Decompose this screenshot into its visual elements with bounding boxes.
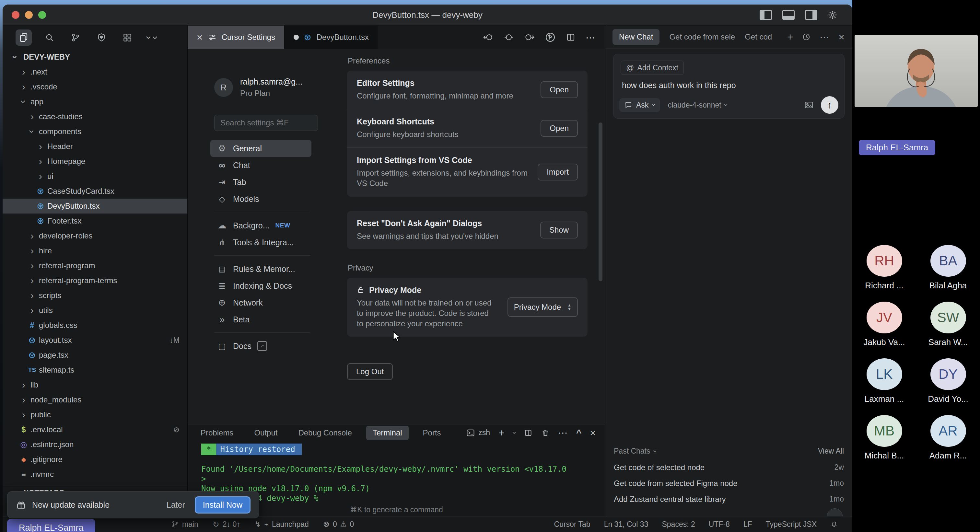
settings-nav-item[interactable]: Network bbox=[210, 294, 312, 311]
settings-nav-item[interactable]: Tools & Integra... bbox=[210, 234, 312, 251]
participant-tile[interactable]: LK Laxman ... bbox=[855, 358, 913, 404]
toggle-primary-sidebar-icon[interactable] bbox=[760, 10, 772, 20]
image-attach-icon[interactable] bbox=[804, 100, 814, 110]
chevron-small-icon[interactable] bbox=[513, 429, 515, 437]
more-icon[interactable] bbox=[819, 32, 829, 43]
chat-input-card[interactable]: Add Context how does auth work in this r… bbox=[613, 54, 845, 119]
setting-action-button[interactable]: Open bbox=[541, 81, 578, 98]
extensions-icon[interactable] bbox=[119, 30, 135, 46]
privacy-mode-dropdown[interactable]: Privacy Mode bbox=[508, 297, 578, 317]
git-branch-status[interactable]: main bbox=[171, 520, 198, 529]
tree-item[interactable]: referral-program bbox=[3, 258, 187, 273]
tree-item[interactable]: globals.css bbox=[3, 318, 187, 333]
close-window-button[interactable] bbox=[12, 11, 19, 19]
shell-selector[interactable]: zsh bbox=[466, 428, 490, 437]
settings-nav-item[interactable]: Tab bbox=[210, 174, 312, 191]
status-item[interactable]: TypeScript JSX bbox=[766, 520, 817, 529]
tree-item[interactable]: ui bbox=[3, 169, 187, 184]
history-icon[interactable] bbox=[802, 33, 810, 41]
close-icon[interactable] bbox=[590, 429, 596, 437]
add-context-chip[interactable]: Add Context bbox=[620, 60, 684, 75]
status-item[interactable]: Cursor Tab bbox=[554, 520, 590, 529]
settings-nav-item[interactable]: Chat bbox=[210, 157, 312, 174]
status-item[interactable]: Spaces: 2 bbox=[662, 520, 695, 529]
panel-tab[interactable]: Debug Console bbox=[298, 428, 352, 437]
participant-tile[interactable]: RH Richard ... bbox=[855, 245, 913, 291]
participant-tile[interactable]: BA Bilal Agha bbox=[919, 245, 977, 291]
settings-nav-item[interactable]: General bbox=[210, 140, 312, 157]
tree-item[interactable]: .vscode bbox=[3, 79, 187, 94]
search-icon[interactable] bbox=[41, 30, 58, 46]
split-editor-icon[interactable] bbox=[565, 32, 576, 42]
panel-tab[interactable]: Ports bbox=[423, 428, 441, 437]
tree-item[interactable]: .nvmrc bbox=[3, 467, 187, 482]
tree-item[interactable]: lib bbox=[3, 378, 187, 392]
tree-item[interactable]: utils bbox=[3, 303, 187, 318]
tree-item[interactable]: .next bbox=[3, 65, 187, 79]
zoom-window-button[interactable] bbox=[38, 11, 46, 19]
chevron-down-icon[interactable] bbox=[145, 30, 161, 46]
tree-item[interactable]: hire bbox=[3, 243, 187, 258]
settings-nav-item[interactable]: Beta bbox=[210, 311, 312, 328]
more-icon[interactable] bbox=[558, 427, 568, 438]
tree-item[interactable]: Footer.tsx bbox=[3, 213, 187, 229]
settings-search-input[interactable]: Search settings ⌘F bbox=[214, 115, 318, 131]
shield-icon[interactable] bbox=[93, 30, 110, 46]
settings-nav-item[interactable]: Backgro... NEW bbox=[210, 217, 312, 234]
close-icon[interactable] bbox=[838, 33, 845, 41]
tab-cursor-settings[interactable]: Cursor Settings bbox=[188, 25, 285, 49]
settings-nav-item[interactable]: Indexing & Docs bbox=[210, 277, 312, 294]
ask-mode-selector[interactable]: Ask bbox=[619, 98, 660, 112]
tree-item[interactable]: DevyButton.tsx bbox=[3, 199, 187, 213]
model-selector[interactable]: claude-4-sonnet bbox=[668, 101, 727, 110]
toggle-secondary-sidebar-icon[interactable] bbox=[805, 10, 817, 20]
close-icon[interactable] bbox=[197, 33, 203, 41]
logout-button[interactable]: Log Out bbox=[347, 363, 393, 380]
split-terminal-icon[interactable] bbox=[524, 429, 533, 437]
past-chat-item[interactable]: Get code from selected Figma node 1mo bbox=[614, 475, 844, 491]
tree-item[interactable]: .env.local ⊘ bbox=[3, 422, 187, 437]
show-button[interactable]: Show bbox=[540, 222, 578, 238]
later-button[interactable]: Later bbox=[167, 500, 185, 510]
past-chat-item[interactable]: Get code of selected node 2w bbox=[614, 459, 844, 475]
source-control-icon[interactable] bbox=[67, 30, 84, 46]
trash-icon[interactable] bbox=[541, 429, 550, 437]
tree-item[interactable]: layout.tsx ↓M bbox=[3, 333, 187, 348]
tree-item[interactable]: .eslintrc.json bbox=[3, 437, 187, 452]
reference-icon[interactable] bbox=[503, 32, 514, 42]
sync-status[interactable]: 2↓ 0↑ bbox=[213, 520, 240, 529]
collapse-icon[interactable] bbox=[576, 428, 581, 438]
chat-prompt-text[interactable]: how does auth work in this repo bbox=[622, 81, 836, 90]
toggle-panel-icon[interactable] bbox=[782, 10, 795, 20]
settings-nav-item[interactable]: Rules & Memor... bbox=[210, 260, 312, 277]
tree-item[interactable]: Header bbox=[3, 139, 187, 154]
view-all-link[interactable]: View All bbox=[818, 447, 844, 456]
tree-item[interactable]: node_modules bbox=[3, 392, 187, 407]
plus-icon[interactable] bbox=[498, 429, 504, 437]
status-item[interactable]: UTF-8 bbox=[709, 520, 730, 529]
tree-item[interactable]: CaseStudyCard.tsx bbox=[3, 184, 187, 199]
setting-action-button[interactable]: Import bbox=[538, 164, 578, 181]
tree-item[interactable]: .gitignore bbox=[3, 452, 187, 467]
panel-tab[interactable]: Output bbox=[254, 428, 277, 437]
install-now-button[interactable]: Install Now bbox=[195, 496, 250, 513]
back-reference-icon[interactable] bbox=[482, 32, 493, 42]
launchpad-status[interactable]: Launchpad bbox=[255, 520, 309, 529]
chat-tab[interactable]: New Chat bbox=[612, 29, 660, 45]
editor-scrollbar[interactable] bbox=[598, 122, 603, 281]
chat-tab[interactable]: Get cod bbox=[745, 32, 772, 41]
more-icon[interactable] bbox=[585, 32, 595, 43]
project-root-item[interactable]: DEVY-WEBY bbox=[3, 49, 187, 65]
panel-tab[interactable]: Problems bbox=[200, 428, 233, 437]
status-item[interactable]: LF bbox=[743, 520, 752, 529]
setting-action-button[interactable]: Open bbox=[541, 120, 578, 137]
problems-status[interactable]: 0 0 bbox=[323, 520, 354, 529]
tree-item[interactable]: sitemap.ts bbox=[3, 362, 187, 378]
tree-item[interactable]: app bbox=[3, 94, 187, 109]
status-item[interactable]: Ln 31, Col 33 bbox=[604, 520, 649, 529]
tree-item[interactable]: referral-program-terms bbox=[3, 273, 187, 288]
chat-tab[interactable]: Get code from sele bbox=[669, 32, 735, 41]
tree-item[interactable]: Homepage bbox=[3, 154, 187, 169]
tree-item[interactable]: public bbox=[3, 407, 187, 422]
tab-devybutton[interactable]: DevyButton.tsx bbox=[285, 25, 378, 49]
